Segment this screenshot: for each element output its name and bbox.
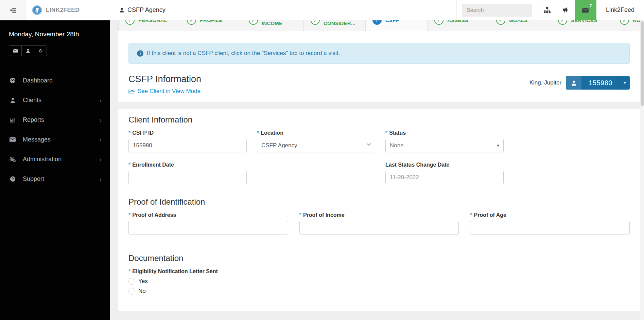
- client-chip: King, Jupiter 155980 ▾: [529, 76, 630, 90]
- sitemap-icon: [544, 7, 551, 13]
- sidebar-item-dashboard[interactable]: Dashboard: [0, 71, 110, 90]
- radio-button-icon[interactable]: [128, 278, 135, 285]
- sidebar-item-administration[interactable]: Administration ›: [0, 149, 110, 169]
- logout-quick-button[interactable]: [34, 45, 47, 56]
- csfp-id-input[interactable]: [128, 139, 247, 152]
- status-field: *Status None ▾: [385, 130, 504, 152]
- page-title: CSFP Information: [128, 74, 201, 84]
- status-value: None: [390, 142, 404, 149]
- sidebar-collapse-button[interactable]: [0, 0, 26, 20]
- required-asterisk: *: [128, 212, 130, 218]
- info-alert: i If this client is not a CSFP client, c…: [128, 43, 630, 64]
- bar-chart-icon: [9, 117, 16, 123]
- network-name: Link2Feed: [596, 0, 644, 20]
- folder-open-icon: [128, 89, 135, 94]
- proof-of-income-label: *Proof of Income: [299, 212, 459, 218]
- required-asterisk: *: [257, 130, 259, 136]
- sidebar-item-support[interactable]: ? Support ›: [0, 169, 110, 189]
- proof-of-age-input[interactable]: [470, 221, 630, 234]
- required-asterisk: *: [128, 162, 130, 168]
- proof-of-age-field: *Proof of Age: [470, 212, 630, 234]
- radio-button-icon[interactable]: [128, 288, 135, 295]
- csfp-header-panel: i If this client is not a CSFP client, c…: [118, 31, 640, 102]
- agency-name: CSFP Agency: [127, 6, 166, 14]
- location-field: *Location CSFP Agency: [257, 130, 375, 152]
- user-icon: [9, 97, 16, 103]
- eligibility-letter-no-option[interactable]: No: [128, 288, 630, 295]
- enrollment-date-input[interactable]: [128, 171, 247, 184]
- power-icon: [38, 49, 43, 53]
- client-id-value: 155980: [581, 76, 620, 90]
- info-icon: i: [137, 50, 143, 57]
- collapse-menu-icon: [9, 7, 17, 13]
- sitemap-button[interactable]: [538, 0, 556, 20]
- envelope-icon: [13, 49, 18, 53]
- brand-logo[interactable]: LINK2FEED: [26, 0, 110, 20]
- proof-of-address-input[interactable]: [128, 221, 288, 234]
- megaphone-icon: [562, 7, 569, 13]
- required-asterisk: *: [299, 212, 301, 218]
- sidebar-item-messages[interactable]: Messages ›: [0, 130, 110, 149]
- sidebar-date: Monday, November 28th: [0, 20, 110, 38]
- profile-quick-button[interactable]: [21, 45, 34, 56]
- proof-of-income-input[interactable]: [299, 221, 459, 234]
- eligibility-letter-yes-option[interactable]: Yes: [128, 278, 630, 285]
- required-asterisk: *: [128, 130, 130, 136]
- user-icon: [119, 7, 124, 13]
- scrollbar-thumb[interactable]: [641, 21, 644, 106]
- csfp-form-panel: Client Information *CSFP ID *Location CS…: [118, 109, 640, 311]
- client-id-button[interactable]: 155980 ▾: [566, 76, 630, 90]
- info-alert-text: If this client is not a CSFP client, cli…: [147, 50, 340, 57]
- status-label: *Status: [385, 130, 504, 136]
- brand-name: LINK2FEED: [46, 7, 80, 14]
- proof-row: *Proof of Address *Proof of Income *Proo…: [128, 212, 630, 234]
- chevron-right-icon: ›: [100, 176, 102, 182]
- sidebar-divider: [0, 67, 110, 67]
- client-info-row-1: *CSFP ID *Location CSFP Agency: [128, 130, 630, 152]
- required-asterisk: *: [385, 130, 387, 136]
- user-icon: [566, 76, 581, 90]
- last-status-change-label: Last Status Change Date: [385, 162, 504, 168]
- last-status-change-field: Last Status Change Date: [385, 162, 504, 184]
- proof-of-identification-heading: Proof of Identification: [128, 197, 630, 207]
- caret-down-icon: ▾: [497, 143, 499, 148]
- dashboard-icon: [9, 77, 16, 83]
- last-status-change-input[interactable]: [385, 171, 504, 184]
- sidebar-item-clients[interactable]: Clients ›: [0, 90, 110, 110]
- documentation-heading: Documentation: [128, 253, 630, 263]
- messages-button[interactable]: 7: [575, 0, 596, 20]
- chevron-right-icon: ›: [100, 117, 102, 123]
- location-label: *Location: [257, 130, 375, 136]
- client-info-row-2: *Enrollment Date Last Status Change Date: [128, 162, 630, 184]
- status-select[interactable]: None ▾: [385, 139, 504, 152]
- chevron-right-icon: ›: [100, 136, 102, 143]
- location-select[interactable]: CSFP Agency: [257, 139, 375, 152]
- announcements-button[interactable]: [556, 0, 575, 20]
- enrollment-date-label: *Enrollment Date: [128, 162, 247, 168]
- sidebar-nav: Dashboard Clients › Reports: [0, 71, 110, 189]
- chevron-right-icon: ›: [100, 156, 102, 163]
- sidebar: Monday, November 28th: [0, 20, 110, 320]
- main-content: ✓ PERSONAL ✓ PROFILE ✓ MONTHLY INCOME ✓ …: [110, 0, 644, 311]
- client-name: King, Jupiter: [529, 79, 562, 86]
- messages-count-badge: 7: [590, 3, 592, 8]
- envelope-icon: [582, 8, 589, 13]
- svg-text:?: ?: [12, 177, 14, 181]
- search-input[interactable]: [462, 4, 532, 17]
- top-navigation-bar: LINK2FEED CSFP Agency: [0, 0, 644, 20]
- page-scrollbar: [640, 20, 644, 320]
- user-icon: [26, 49, 30, 53]
- gears-icon: [9, 156, 16, 162]
- sidebar-item-reports[interactable]: Reports ›: [0, 110, 110, 130]
- messages-quick-button[interactable]: [9, 45, 22, 56]
- csfp-id-field: *CSFP ID: [128, 130, 247, 152]
- link2feed-logo-icon: [32, 5, 42, 15]
- csfp-id-label: *CSFP ID: [128, 130, 247, 136]
- chevron-right-icon: ›: [100, 97, 102, 103]
- proof-of-age-label: *Proof of Age: [470, 212, 630, 218]
- agency-selector[interactable]: CSFP Agency: [110, 0, 175, 20]
- caret-down-icon: ▾: [620, 76, 630, 90]
- required-asterisk: *: [128, 268, 130, 274]
- question-circle-icon: ?: [9, 176, 16, 182]
- view-mode-link[interactable]: See Client in View Mode: [128, 88, 201, 95]
